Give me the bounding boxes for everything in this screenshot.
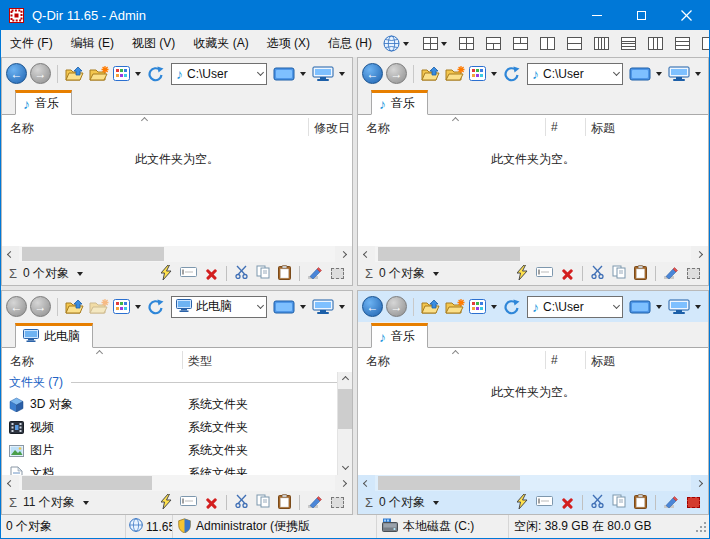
forward-button[interactable]: →: [386, 63, 407, 84]
refresh-button[interactable]: [145, 295, 167, 319]
address-combo[interactable]: ♪ C:\User: [527, 296, 623, 318]
list-item[interactable]: 视频 系统文件夹: [2, 416, 352, 439]
list-item[interactable]: 3D 对象 系统文件夹: [2, 393, 352, 416]
delete-button[interactable]: [561, 496, 574, 509]
quick-actions-button[interactable]: [517, 494, 528, 512]
refresh-button[interactable]: [145, 62, 167, 86]
column-type[interactable]: 类型: [188, 353, 212, 370]
delete-button[interactable]: [205, 267, 218, 280]
dropdown-arrow-icon[interactable]: [135, 72, 141, 76]
dropdown-arrow-icon[interactable]: [433, 272, 439, 276]
scrollbar-thumb[interactable]: [22, 247, 164, 261]
scrollbar-thumb[interactable]: [338, 389, 352, 429]
column-name[interactable]: 名称: [10, 120, 34, 137]
menu-options[interactable]: 选项 (X): [258, 30, 319, 57]
maximize-button[interactable]: [619, 0, 664, 30]
list-item[interactable]: 图片 系统文件夹: [2, 439, 352, 462]
new-folder-button[interactable]: [443, 62, 467, 86]
refresh-button[interactable]: [501, 62, 523, 86]
resize-grip[interactable]: [695, 521, 707, 536]
new-folder-button[interactable]: [443, 295, 467, 319]
column-name[interactable]: 名称: [366, 120, 390, 137]
column-title[interactable]: 标题: [591, 120, 615, 137]
copy-button[interactable]: [612, 265, 626, 282]
folder-up-button[interactable]: [63, 295, 87, 319]
refresh-button[interactable]: [501, 295, 523, 319]
cut-button[interactable]: [591, 265, 604, 282]
minimize-button[interactable]: [574, 0, 619, 30]
forward-button[interactable]: →: [30, 296, 51, 317]
back-button[interactable]: ←: [6, 296, 27, 317]
column-track[interactable]: #: [551, 353, 558, 367]
layout-grid-button[interactable]: [417, 37, 451, 50]
list-item[interactable]: 文档 系统文件夹: [2, 462, 352, 475]
vertical-scrollbar[interactable]: [337, 372, 352, 475]
view-mode-button[interactable]: [467, 295, 488, 319]
column-date-modified[interactable]: 修改日: [314, 120, 350, 137]
folder-up-button[interactable]: [63, 62, 87, 86]
dropdown-arrow-icon[interactable]: [135, 305, 141, 309]
dropdown-arrow-icon[interactable]: [491, 305, 497, 309]
layout-preset-4[interactable]: [540, 37, 555, 50]
layout-preset-10[interactable]: [702, 37, 709, 50]
edit-button[interactable]: [308, 266, 323, 282]
copy-button[interactable]: [256, 265, 270, 282]
cut-button[interactable]: [235, 265, 248, 282]
tab-music[interactable]: ♪ 音乐: [371, 90, 428, 115]
address-combo[interactable]: 此电脑: [171, 296, 267, 318]
desktop-view-button[interactable]: [271, 295, 297, 319]
dropdown-arrow-icon[interactable]: [695, 72, 701, 76]
desktop-view-button[interactable]: [271, 62, 297, 86]
view-mode-button[interactable]: [111, 62, 132, 86]
file-list[interactable]: 此文件夹为空。: [2, 139, 352, 246]
back-button[interactable]: ←: [362, 63, 383, 84]
quick-actions-button[interactable]: [517, 265, 528, 283]
file-list[interactable]: 此文件夹为空。: [358, 139, 708, 246]
back-button[interactable]: ←: [362, 296, 383, 317]
tab-this-pc[interactable]: 此电脑: [15, 323, 93, 348]
edit-button[interactable]: [664, 266, 679, 282]
column-name[interactable]: 名称: [10, 353, 34, 370]
layout-preset-3[interactable]: [513, 37, 528, 50]
scrollbar-thumb[interactable]: [378, 247, 520, 261]
selection-button[interactable]: [687, 268, 700, 279]
menu-view[interactable]: 视图 (V): [123, 30, 184, 57]
view-mode-button[interactable]: [467, 62, 488, 86]
selection-button[interactable]: [331, 497, 344, 508]
menu-favorites[interactable]: 收藏夹 (A): [184, 30, 257, 57]
scrollbar-thumb[interactable]: [22, 476, 152, 490]
menu-file[interactable]: 文件 (F): [1, 30, 62, 57]
new-folder-button[interactable]: [87, 295, 111, 319]
column-track[interactable]: #: [551, 120, 558, 134]
address-combo[interactable]: ♪ C:\User: [171, 63, 267, 85]
dropdown-arrow-icon[interactable]: [656, 72, 662, 76]
paste-button[interactable]: [278, 265, 291, 283]
menu-info[interactable]: 信息 (H): [319, 30, 381, 57]
desktop-view-button[interactable]: [627, 295, 653, 319]
dropdown-arrow-icon[interactable]: [656, 305, 662, 309]
dropdown-arrow-icon[interactable]: [695, 305, 701, 309]
forward-button[interactable]: →: [386, 296, 407, 317]
desktop-view-button[interactable]: [627, 62, 653, 86]
cut-button[interactable]: [591, 494, 604, 511]
dropdown-arrow-icon[interactable]: [83, 501, 89, 505]
forward-button[interactable]: →: [30, 63, 51, 84]
dropdown-arrow-icon[interactable]: [339, 305, 345, 309]
edit-button[interactable]: [308, 495, 323, 511]
horizontal-scrollbar[interactable]: [358, 475, 708, 491]
dropdown-arrow-icon[interactable]: [77, 272, 83, 276]
monitor-button[interactable]: [310, 295, 336, 319]
copy-button[interactable]: [612, 494, 626, 511]
back-button[interactable]: ←: [6, 63, 27, 84]
address-combo[interactable]: ♪ C:\User: [527, 63, 623, 85]
dropdown-arrow-icon[interactable]: [300, 72, 306, 76]
horizontal-scrollbar[interactable]: [358, 246, 708, 262]
selection-button[interactable]: [331, 268, 344, 279]
monitor-button[interactable]: [666, 62, 692, 86]
layout-preset-1[interactable]: [459, 37, 474, 50]
rename-button[interactable]: [180, 495, 197, 510]
layout-preset-7[interactable]: [621, 37, 636, 50]
dropdown-arrow-icon[interactable]: [300, 305, 306, 309]
delete-button[interactable]: [205, 496, 218, 509]
group-header[interactable]: 文件夹 (7): [2, 372, 352, 393]
